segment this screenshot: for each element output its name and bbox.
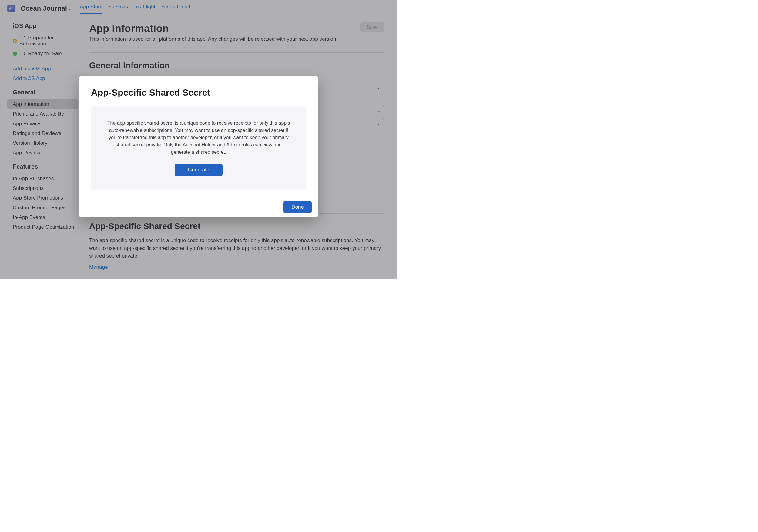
modal-panel: The app-specific shared secret is a uniq…: [91, 106, 306, 191]
modal-description: The app-specific shared secret is a uniq…: [106, 120, 292, 156]
done-button[interactable]: Done: [284, 201, 312, 213]
shared-secret-modal: App-Specific Shared Secret The app-speci…: [79, 76, 318, 218]
modal-footer: Done: [79, 196, 318, 218]
modal-overlay: App-Specific Shared Secret The app-speci…: [0, 0, 397, 279]
modal-title: App-Specific Shared Secret: [91, 88, 306, 98]
generate-button[interactable]: Generate: [175, 164, 223, 176]
